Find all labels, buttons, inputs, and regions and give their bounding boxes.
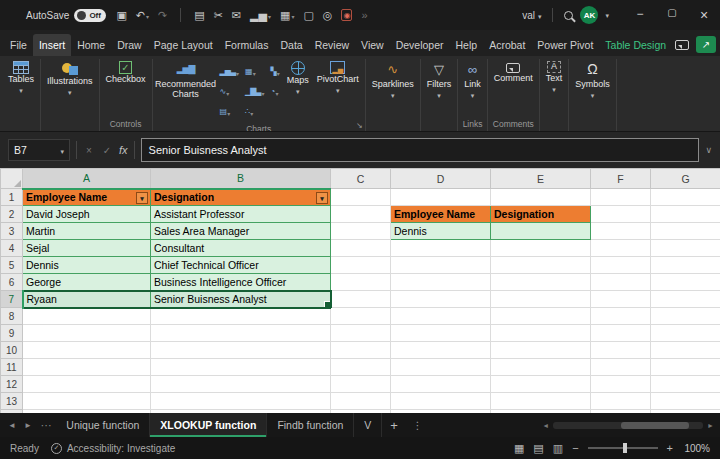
page-break-view-icon[interactable] bbox=[553, 442, 563, 455]
cell-A10[interactable] bbox=[23, 342, 151, 359]
cell-D9[interactable] bbox=[391, 325, 491, 342]
cell-B9[interactable] bbox=[151, 325, 331, 342]
zoom-out-icon[interactable] bbox=[572, 442, 578, 454]
pivotchart-button[interactable]: PivotChart bbox=[314, 59, 362, 98]
cell-A7[interactable]: Ryaan bbox=[23, 291, 151, 308]
illustrations-button[interactable]: Illustrations bbox=[44, 59, 96, 100]
cell-C5[interactable] bbox=[331, 257, 391, 274]
enter-icon[interactable] bbox=[101, 145, 113, 156]
column-header-F[interactable]: F bbox=[591, 169, 651, 189]
cell-B2[interactable]: Assistant Professor bbox=[151, 206, 331, 223]
clipboard-icon[interactable]: ▤ bbox=[194, 9, 204, 22]
sheet-tab-xlookup-function[interactable]: XLOOKUP function bbox=[150, 413, 267, 437]
column-chart-mini-icon[interactable]: ▂▅▃ bbox=[220, 62, 239, 80]
filter-dropdown-icon[interactable] bbox=[316, 192, 328, 204]
cell-C4[interactable] bbox=[331, 240, 391, 257]
link-button[interactable]: ∞Link bbox=[461, 59, 484, 103]
cell-G3[interactable] bbox=[651, 223, 720, 240]
cell-B13[interactable] bbox=[151, 393, 331, 410]
pie-chart-mini-icon[interactable]: ◔ bbox=[271, 82, 280, 100]
cell-G2[interactable] bbox=[651, 206, 720, 223]
zoom-slider-thumb[interactable] bbox=[623, 443, 627, 453]
cell-C3[interactable] bbox=[331, 223, 391, 240]
insert-function-button[interactable]: fx bbox=[119, 144, 128, 156]
cell-B11[interactable] bbox=[151, 359, 331, 376]
cell-C14[interactable] bbox=[331, 410, 391, 414]
row-header-9[interactable]: 9 bbox=[1, 325, 23, 342]
row-header-6[interactable]: 6 bbox=[1, 274, 23, 291]
cell-B5[interactable]: Chief Technical Officer bbox=[151, 257, 331, 274]
cell-E9[interactable] bbox=[491, 325, 591, 342]
ribbon-tab-developer[interactable]: Developer bbox=[390, 34, 450, 56]
cell-C6[interactable] bbox=[331, 274, 391, 291]
cell-G1[interactable] bbox=[651, 189, 720, 206]
column-header-C[interactable]: C bbox=[331, 169, 391, 189]
cell-A3[interactable]: Martin bbox=[23, 223, 151, 240]
cell-G8[interactable] bbox=[651, 308, 720, 325]
formula-input[interactable]: Senior Buisness Analyst bbox=[141, 138, 700, 162]
cell-F14[interactable] bbox=[591, 410, 651, 414]
cell-C8[interactable] bbox=[331, 308, 391, 325]
cell-D6[interactable] bbox=[391, 274, 491, 291]
cell-A1[interactable]: Employee Name bbox=[23, 189, 151, 206]
row-header-4[interactable]: 4 bbox=[1, 240, 23, 257]
cell-G4[interactable] bbox=[651, 240, 720, 257]
cell-A2[interactable]: David Joseph bbox=[23, 206, 151, 223]
sheet-nav-right-icon[interactable]: ► bbox=[20, 421, 36, 430]
cell-B7[interactable]: Senior Buisness Analyst bbox=[151, 291, 331, 308]
cell-F3[interactable] bbox=[591, 223, 651, 240]
sparklines-button[interactable]: ∿Sparklines bbox=[369, 59, 417, 103]
ribbon-tab-help[interactable]: Help bbox=[450, 34, 484, 56]
cell-F5[interactable] bbox=[591, 257, 651, 274]
cell-C12[interactable] bbox=[331, 376, 391, 393]
new-sheet-button[interactable]: + bbox=[382, 418, 406, 433]
cell-F1[interactable] bbox=[591, 189, 651, 206]
checkbox-button[interactable]: Checkbox bbox=[103, 59, 149, 87]
cell-D7[interactable] bbox=[391, 291, 491, 308]
minimize-button[interactable] bbox=[624, 7, 656, 21]
cell-E8[interactable] bbox=[491, 308, 591, 325]
cell-A9[interactable] bbox=[23, 325, 151, 342]
zoom-slider[interactable] bbox=[588, 447, 658, 449]
cell-C7[interactable] bbox=[331, 291, 391, 308]
record-macro-icon[interactable]: ◉ bbox=[341, 9, 352, 21]
cell-B3[interactable]: Sales Area Manager bbox=[151, 223, 331, 240]
scrollbar-track[interactable] bbox=[553, 422, 703, 429]
cell-B6[interactable]: Business Intelligence Officer bbox=[151, 274, 331, 291]
normal-view-icon[interactable] bbox=[514, 442, 524, 455]
cell-A12[interactable] bbox=[23, 376, 151, 393]
row-header-11[interactable]: 11 bbox=[1, 359, 23, 376]
cell-D11[interactable] bbox=[391, 359, 491, 376]
page-layout-view-icon[interactable] bbox=[533, 442, 543, 455]
cell-G12[interactable] bbox=[651, 376, 720, 393]
cell-B14[interactable] bbox=[151, 410, 331, 414]
cell-E14[interactable] bbox=[491, 410, 591, 414]
cell-E12[interactable] bbox=[491, 376, 591, 393]
scatter-chart-mini-icon[interactable]: ∴ bbox=[245, 102, 264, 120]
cell-G5[interactable] bbox=[651, 257, 720, 274]
cell-E6[interactable] bbox=[491, 274, 591, 291]
scroll-right-icon[interactable]: ► bbox=[707, 422, 714, 429]
all-sheets-icon[interactable]: ⋯ bbox=[36, 419, 57, 431]
search-box[interactable]: val bbox=[522, 10, 541, 21]
ribbon-tab-draw[interactable]: Draw bbox=[111, 34, 148, 56]
column-header-B[interactable]: B bbox=[151, 169, 331, 189]
bar-chart-mini-icon[interactable]: ▤ bbox=[220, 102, 239, 120]
ribbon-tab-file[interactable]: File bbox=[4, 34, 33, 56]
cell-F7[interactable] bbox=[591, 291, 651, 308]
table-icon[interactable]: ▦ bbox=[280, 9, 294, 22]
row-header-7[interactable]: 7 bbox=[1, 291, 23, 308]
cancel-icon[interactable] bbox=[83, 145, 95, 156]
scroll-left-icon[interactable]: ◄ bbox=[542, 422, 549, 429]
tables-button[interactable]: Tables bbox=[5, 59, 37, 98]
column-header-G[interactable]: G bbox=[651, 169, 720, 189]
ribbon-tab-page-layout[interactable]: Page Layout bbox=[148, 34, 219, 56]
cell-F10[interactable] bbox=[591, 342, 651, 359]
cell-G13[interactable] bbox=[651, 393, 720, 410]
ribbon-tab-formulas[interactable]: Formulas bbox=[219, 34, 275, 56]
close-button[interactable] bbox=[688, 7, 720, 23]
row-header-1[interactable]: 1 bbox=[1, 189, 23, 206]
cell-G7[interactable] bbox=[651, 291, 720, 308]
avatar[interactable]: AK bbox=[580, 6, 598, 24]
row-header-8[interactable]: 8 bbox=[1, 308, 23, 325]
